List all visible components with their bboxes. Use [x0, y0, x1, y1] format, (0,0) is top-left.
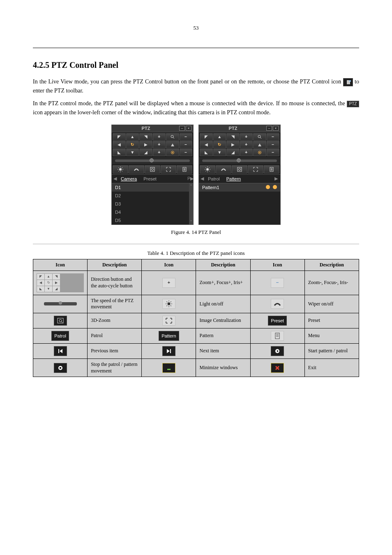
dir-down-left[interactable]: ◣ — [113, 149, 126, 156]
camera-d1[interactable]: D1 — [112, 183, 189, 192]
auto-cycle[interactable]: ↻ — [126, 141, 139, 148]
dir-down[interactable]: ▼ — [213, 149, 226, 156]
svg-point-34 — [239, 168, 241, 170]
close-icon[interactable]: × — [186, 126, 191, 131]
table-row: 3D-Zoom Image Centralization Preset Pres… — [33, 313, 359, 328]
start-desc: Start pattern / patrol — [304, 344, 359, 359]
svg-rect-33 — [238, 167, 242, 171]
panel1-tool-row — [112, 164, 193, 174]
table-row: Stop the patrol / pattern movement Minim… — [33, 359, 359, 377]
svg-point-0 — [349, 80, 351, 82]
svg-point-15 — [152, 168, 154, 170]
svg-point-39 — [167, 303, 170, 305]
3d-zoom-icon[interactable] — [145, 165, 160, 173]
dir-right[interactable]: ▶ — [139, 141, 152, 148]
zoom-minus[interactable]: − — [267, 133, 280, 141]
wiper-icon[interactable] — [129, 165, 144, 173]
ptz-panel-2: PTZ – × ◤ ▲ ◥ + − ◀ ↻ ▶ + − ◣ ▼ ◢ + − — [198, 125, 281, 225]
iris-minus[interactable]: − — [180, 149, 193, 156]
focus-minus[interactable]: − — [267, 141, 280, 148]
iris-icon[interactable] — [166, 149, 179, 156]
zoom-plus[interactable]: + — [240, 133, 253, 141]
panel1-tabs: ◀ Camera Preset P▶ — [112, 174, 193, 183]
svg-line-10 — [118, 167, 119, 168]
centralization-icon[interactable] — [248, 165, 263, 173]
wiper-icon — [250, 295, 304, 313]
close-icon[interactable]: × — [273, 126, 279, 131]
3d-zoom-icon[interactable] — [232, 165, 247, 173]
th-icon-2: Icon — [142, 259, 196, 271]
paragraph-1: In the Live View mode, you can press the… — [33, 77, 359, 95]
iris-plus[interactable]: + — [153, 149, 166, 156]
light-icon[interactable] — [113, 165, 128, 173]
camera-d5[interactable]: D5 — [112, 216, 189, 224]
zoom-minus[interactable]: − — [180, 133, 193, 141]
start-pattern-icon[interactable] — [266, 185, 270, 189]
dir-right[interactable]: ▶ — [226, 141, 240, 148]
dir-left[interactable]: ◀ — [200, 141, 213, 148]
camera-d3[interactable]: D3 — [112, 200, 189, 208]
pattern1-actions — [264, 185, 277, 190]
camera-d2[interactable]: D2 — [112, 192, 189, 200]
light-desc: Light on/off — [196, 295, 250, 313]
centralization-icon[interactable] — [161, 165, 176, 173]
focus-plus[interactable]: + — [240, 141, 253, 148]
tab-preset[interactable]: Preset — [140, 176, 160, 181]
focus-minus[interactable]: − — [180, 141, 193, 148]
dir-up[interactable]: ▲ — [213, 133, 226, 141]
svg-line-47 — [171, 302, 171, 303]
tabs-next-arrow[interactable]: ▶ — [274, 176, 279, 181]
dir-up[interactable]: ▲ — [126, 133, 139, 141]
dir-down-right[interactable]: ◢ — [139, 149, 152, 156]
dir-up-left[interactable]: ◤ — [113, 133, 126, 141]
menu-icon[interactable] — [177, 165, 192, 173]
dir-down-right[interactable]: ◢ — [226, 149, 240, 156]
dir-up-right[interactable]: ◥ — [226, 133, 240, 141]
dir-down-left[interactable]: ◣ — [200, 149, 213, 156]
tabs-prev-arrow[interactable]: ◀ — [113, 176, 118, 181]
svg-rect-59 — [60, 367, 61, 369]
exit-icon — [250, 359, 304, 377]
dir-up-right[interactable]: ◥ — [139, 133, 152, 141]
centralization-desc: Image Centralization — [196, 313, 250, 328]
tab-camera[interactable]: Camera — [118, 176, 140, 181]
auto-cycle[interactable]: ↻ — [213, 141, 226, 148]
focus-icon[interactable] — [253, 141, 266, 148]
tabs-next-indicator[interactable]: P▶ — [187, 176, 191, 181]
table-row: ◤▲◥ ◀↻▶ ◣▼◢ Direction button and the aut… — [33, 271, 359, 295]
zoom-icon[interactable] — [253, 133, 266, 141]
dir-up-left[interactable]: ◤ — [200, 133, 213, 141]
ptz-control-icon — [343, 78, 353, 86]
zoom-icon[interactable] — [166, 133, 179, 141]
iris-minus[interactable]: − — [267, 149, 280, 156]
panel2-speed-slider[interactable] — [199, 157, 280, 164]
stop-pattern-icon[interactable] — [273, 185, 277, 189]
focus-icon[interactable] — [166, 141, 179, 148]
focus-plus[interactable]: + — [153, 141, 166, 148]
iris-plus[interactable]: + — [240, 149, 253, 156]
panel1-speed-slider[interactable] — [112, 157, 193, 164]
dir-left[interactable]: ◀ — [113, 141, 126, 148]
menu-icon[interactable] — [264, 165, 279, 173]
pattern1-item[interactable]: Pattern1 — [199, 183, 280, 192]
svg-line-44 — [166, 302, 167, 303]
wiper-icon[interactable] — [216, 165, 231, 173]
camera-d4[interactable]: D4 — [112, 208, 189, 216]
table-row: The speed of the PTZ movement Light on/o… — [33, 295, 359, 313]
light-icon[interactable] — [200, 165, 215, 173]
zoom-plus[interactable]: + — [153, 133, 166, 141]
dir-down[interactable]: ▼ — [126, 149, 139, 156]
iris-icon[interactable] — [253, 149, 266, 156]
table-caption: Table 4. 1 Description of the PTZ panel … — [33, 250, 359, 257]
patrol-button-icon: Patrol — [33, 328, 88, 344]
tab-pattern[interactable]: Pattern — [223, 176, 244, 181]
panel1-title: PTZ — [113, 126, 178, 131]
minimize-icon[interactable]: – — [266, 126, 272, 131]
tab-patrol[interactable]: Patrol — [205, 176, 223, 181]
minimize-icon[interactable]: – — [179, 126, 185, 131]
3d-zoom-desc: 3D-Zoom — [88, 313, 142, 328]
tabs-prev-arrow[interactable]: ◀ — [201, 176, 205, 181]
panel1-scrollbar[interactable]: ˄ ˅ — [189, 183, 193, 224]
svg-line-50 — [61, 321, 62, 323]
plus-desc: Zoom+, Focus+, Iris+ — [196, 271, 250, 295]
